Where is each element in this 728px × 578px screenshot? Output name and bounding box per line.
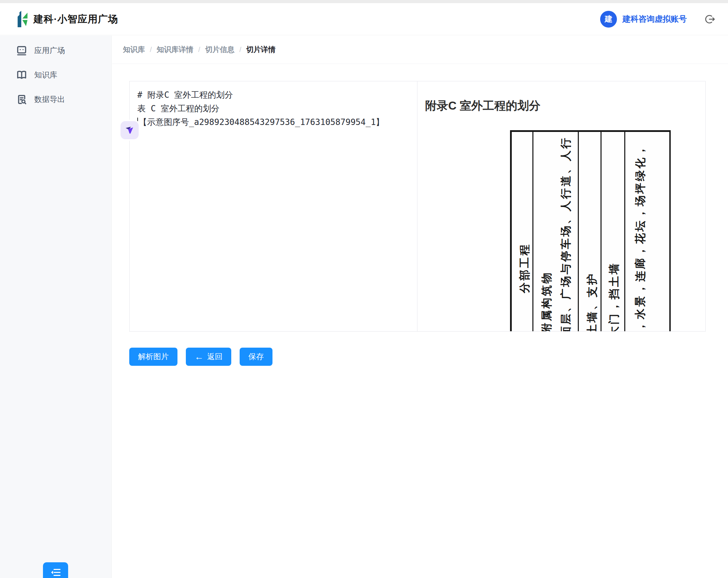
save-button[interactable]: 保存 — [240, 348, 272, 366]
assistant-fab-button[interactable] — [121, 121, 139, 139]
breadcrumb-kb-detail[interactable]: 知识库详情 — [157, 45, 194, 54]
app-plaza-icon — [16, 45, 27, 56]
parse-image-label: 解析图片 — [138, 351, 169, 362]
window-top-strip — [0, 0, 728, 3]
data-export-icon — [16, 94, 27, 105]
main-content: 知识库 / 知识库详情 / 切片信息 / 切片详情 # 附录C 室外工程的划分 … — [112, 36, 728, 578]
breadcrumb-separator: / — [150, 46, 152, 54]
account-name: 建科咨询虚拟账号 — [623, 14, 687, 24]
scan-text-col2-line1: 面层、广场与停车场、人行道、人行 — [559, 136, 573, 331]
table-column-line — [578, 132, 579, 331]
sidebar-item-label: 知识库 — [34, 70, 57, 80]
breadcrumb-separator: / — [239, 46, 241, 54]
editor-line-image-ref: 【示意图序号_a2989230488543297536_176310587995… — [137, 116, 409, 129]
scan-text-col2-line2: 附属构筑物 — [539, 271, 554, 331]
scan-text-col3: 挡土墙、支护 — [585, 272, 599, 331]
menu-fold-icon — [50, 566, 61, 578]
breadcrumb: 知识库 / 知识库详情 / 切片信息 / 切片详情 — [112, 36, 728, 64]
app-title: 建科·小智应用广场 — [34, 13, 118, 26]
save-label: 保存 — [248, 351, 264, 362]
account-menu[interactable]: 建 建科咨询虚拟账号 — [600, 11, 687, 28]
table-column-line — [624, 132, 625, 331]
breadcrumb-slice-detail: 切片详情 — [246, 45, 276, 54]
scan-text-col1: 分部工程 — [517, 243, 532, 293]
knowledge-base-icon — [16, 69, 27, 81]
assistant-icon — [124, 125, 135, 135]
action-bar: 解析图片 ← 返回 保存 — [129, 348, 272, 366]
breadcrumb-slice-info[interactable]: 切片信息 — [205, 45, 234, 54]
preview-pane: 附录C 室外工程的划分 分部工程 面层、广场与停车场、人行道、人行 附属构筑物 … — [417, 81, 705, 331]
avatar[interactable]: 建 — [600, 11, 617, 28]
preview-heading: 附录C 室外工程的划分 — [425, 98, 540, 114]
editor-line-table-caption: 表 C 室外工程的划分 — [137, 102, 409, 116]
table-column-line — [532, 132, 533, 331]
breadcrumb-separator: / — [198, 46, 201, 54]
table-column-line — [600, 132, 602, 331]
back-arrow-icon: ← — [195, 352, 204, 361]
sidebar-item-data-export[interactable]: 数据导出 — [0, 87, 111, 112]
scan-text-col4: 大门，挡土墙 — [607, 262, 621, 331]
sidebar: 应用广场 知识库 数据导出 — [0, 36, 112, 578]
sidebar-item-label: 应用广场 — [34, 45, 65, 56]
breadcrumb-knowledge-base[interactable]: 知识库 — [123, 45, 145, 54]
logo-icon — [16, 10, 28, 28]
slice-detail-panels: # 附录C 室外工程的划分 表 C 室外工程的划分 【示意图序号_a298923… — [129, 81, 706, 332]
back-label: 返回 — [207, 351, 223, 362]
app-header: 建科·小智应用广场 建 建科咨询虚拟账号 — [0, 3, 728, 35]
sidebar-item-knowledge-base[interactable]: 知识库 — [0, 63, 111, 87]
parse-image-button[interactable]: 解析图片 — [129, 348, 177, 366]
sidebar-item-label: 数据导出 — [34, 94, 65, 105]
back-button[interactable]: ← 返回 — [186, 348, 231, 366]
logout-icon[interactable] — [705, 14, 715, 24]
sidebar-item-app-plaza[interactable]: 应用广场 — [0, 38, 111, 63]
app-window: 建科·小智应用广场 建 建科咨询虚拟账号 应用广场 知识 — [0, 0, 728, 578]
editor-line-heading: # 附录C 室外工程的划分 — [137, 88, 409, 102]
scanned-table-image: 分部工程 面层、广场与停车场、人行道、人行 附属构筑物 挡土墙、支护 大门，挡土… — [510, 130, 671, 331]
scan-text-col5: 亭台，水景，连廊，花坛，场坪绿化， — [633, 143, 648, 331]
markdown-editor[interactable]: # 附录C 室外工程的划分 表 C 室外工程的划分 【示意图序号_a298923… — [130, 81, 417, 331]
collapse-sidebar-button[interactable] — [43, 562, 68, 578]
